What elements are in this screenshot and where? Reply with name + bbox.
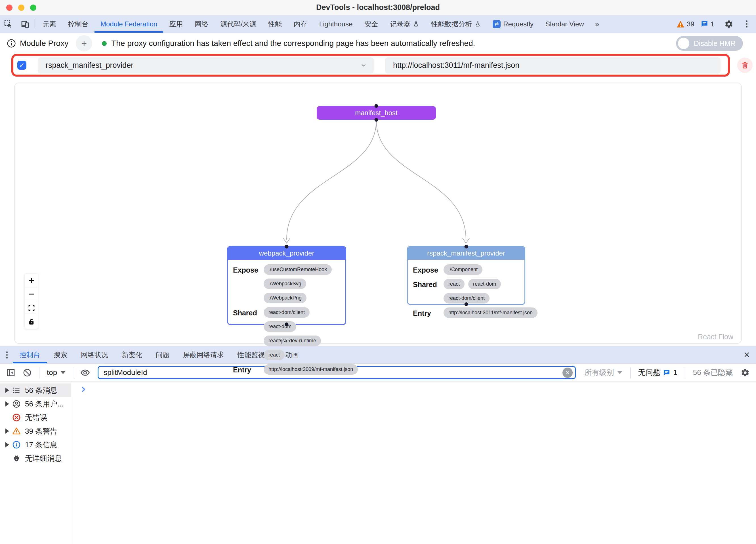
tab-security[interactable]: 安全 [358,15,384,33]
info-icon [12,440,21,449]
node-title: manifest_host [355,109,397,117]
node-handle [375,118,378,122]
drawer-menu-icon[interactable] [3,350,11,360]
tab-requestly[interactable]: ⇄ Requestly [487,15,539,33]
provider-select[interactable]: rspack_manifest_provider [38,57,374,74]
tab-network[interactable]: 网络 [189,15,214,33]
context-selector[interactable]: top [45,368,68,377]
proxy-config-row: ✓ rspack_manifest_provider [11,54,753,77]
warning-icon [12,427,21,436]
proxy-enabled-checkbox[interactable]: ✓ [17,61,26,70]
tab-performance[interactable]: 性能 [262,15,288,33]
node-title: webpack_provider [228,247,345,260]
tab-console[interactable]: 控制台 [62,15,95,33]
live-expression-eye-icon[interactable] [78,366,92,379]
disclosure-arrow-icon[interactable] [3,388,11,393]
zoom-out-button[interactable] [24,287,38,301]
entry-pill: http://localhost:3011/mf-manifest.json [444,307,537,318]
user-icon [12,399,21,408]
module-proxy-header: Module Proxy + The proxy configuration h… [0,33,756,54]
issues-badge[interactable]: 1 [701,20,714,28]
entry-pill: http://localhost:3009/mf-manifest.json [264,364,358,375]
shared-pill: react-dom/client [444,293,490,303]
proxy-config-highlight: ✓ rspack_manifest_provider [11,54,730,77]
drawer-tab-issues[interactable]: 问题 [149,346,176,363]
node-rspack-manifest-provider[interactable]: rspack_manifest_provider Expose ./Compon… [407,246,525,305]
node-webpack-provider[interactable]: webpack_provider Expose ./useCustomRemot… [227,246,346,325]
tab-memory[interactable]: 内存 [288,15,313,33]
entry-row: Entry http://localhost:3009/mf-manifest.… [233,364,340,375]
tab-application[interactable]: 应用 [163,15,189,33]
warnings-badge[interactable]: 39 [677,20,694,28]
toggle-knob [678,38,689,49]
devtools-tabbar: 元素 控制台 Module Federation 应用 网络 源代码/来源 性能… [0,15,756,33]
console-body: 56 条消息 56 条用户... 无错 [0,382,756,544]
drawer-tab-console[interactable]: 控制台 [13,346,47,363]
status-green-dot [102,41,107,46]
clear-console-icon[interactable] [20,366,34,379]
device-toolbar-icon[interactable] [16,15,33,33]
module-federation-graph[interactable]: manifest_host webpack_provider Expose ./… [14,83,742,344]
tab-performance-insights[interactable]: 性能数据分析 [425,15,487,33]
sidebar-item-user-messages[interactable]: 56 条用户... [0,397,71,411]
tab-lighthouse[interactable]: Lighthouse [313,15,358,33]
expose-pill: ./useCustomRemoteHook [264,265,332,275]
sidebar-item-errors[interactable]: 无错误 [0,411,71,424]
warning-triangle-icon [677,20,684,28]
sidebar-item-info[interactable]: 17 条信息 [0,438,71,451]
message-icon [663,369,670,376]
window-title: DevTools - localhost:3008/preload [0,3,756,12]
drawer-tab-network-blocking[interactable]: 屏蔽网络请求 [176,346,231,363]
info-icon [7,39,16,48]
tab-recorder[interactable]: 记录器 [384,15,425,33]
disclosure-arrow-icon[interactable] [3,428,11,434]
list-icon [12,386,21,395]
add-proxy-button[interactable]: + [76,35,92,52]
disclosure-arrow-icon[interactable] [3,401,11,406]
lock-button[interactable] [24,315,38,329]
sidebar-item-all-messages[interactable]: 56 条消息 [0,383,71,397]
drawer-tab-changes[interactable]: 新变化 [115,346,149,363]
fit-view-button[interactable] [24,301,38,315]
node-manifest-host[interactable]: manifest_host [317,106,436,120]
tabbar-divider [35,19,35,29]
expose-pill: ./Component [444,265,482,275]
log-levels-select[interactable]: 所有级别 [581,367,625,377]
bug-icon [12,454,21,463]
tab-sources[interactable]: 源代码/来源 [214,15,262,33]
expose-row: Expose ./useCustomRemoteHook ./WebpackSv… [233,265,340,303]
manifest-url-input[interactable] [385,57,721,74]
caret-down-icon [60,371,66,374]
entry-row: Entry http://localhost:3011/mf-manifest.… [413,307,519,318]
drawer-tab-network-conditions[interactable]: 网络状况 [74,346,115,363]
node-handle [464,245,468,249]
flow-controls [24,273,38,329]
tab-slardar-view[interactable]: Slardar View [539,15,590,33]
shared-pill: react-dom [468,279,501,289]
drawer-tab-search[interactable]: 搜索 [47,346,74,363]
expose-pill: ./WebpackPng [264,293,306,303]
more-options-icon[interactable] [743,19,750,29]
clear-filter-icon[interactable]: × [562,367,573,378]
console-messages-area[interactable] [71,382,756,544]
issues-status[interactable]: 无问题 1 [636,367,679,377]
tab-module-federation[interactable]: Module Federation [95,15,163,33]
experiment-flask-icon [413,21,419,28]
disclosure-arrow-icon[interactable] [3,442,11,447]
requestly-icon: ⇄ [493,20,501,28]
settings-gear-icon[interactable] [721,20,737,29]
delete-proxy-button[interactable] [737,58,753,73]
console-settings-gear-icon[interactable] [738,366,752,379]
inspect-element-icon[interactable] [0,15,16,33]
close-drawer-button[interactable]: × [738,349,756,361]
disable-hmr-toggle[interactable]: Disable HMR [676,36,743,51]
console-sidebar-toggle-icon[interactable] [4,366,18,379]
chevron-down-icon [360,62,367,69]
tab-elements[interactable]: 元素 [37,15,62,33]
more-tabs-button[interactable]: » [590,15,605,33]
shared-pill: react-dom [264,321,296,332]
hidden-messages-count: 56 条已隐藏 [690,367,736,377]
zoom-in-button[interactable] [24,273,38,287]
sidebar-item-verbose[interactable]: 无详细消息 [0,451,71,465]
sidebar-item-warnings[interactable]: 39 条警告 [0,424,71,438]
